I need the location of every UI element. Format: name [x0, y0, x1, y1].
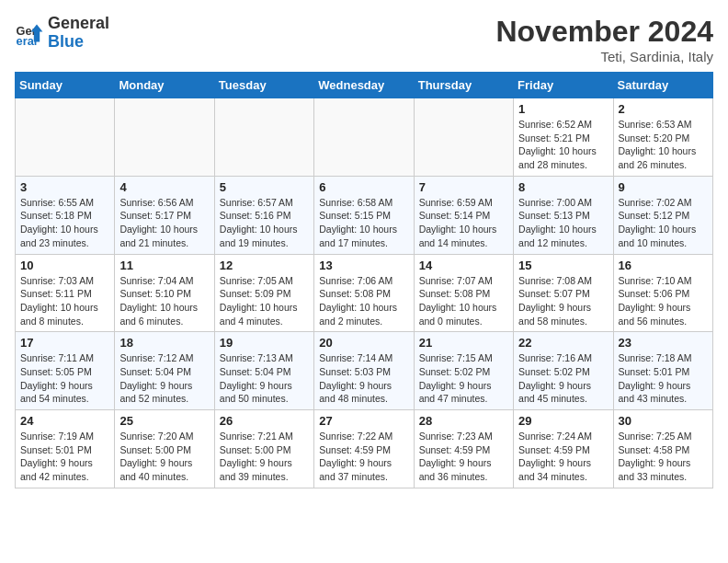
- day-number: 27: [319, 414, 408, 428]
- day-number: 21: [419, 336, 508, 350]
- day-number: 22: [518, 336, 608, 350]
- day-info: Sunrise: 7:07 AMSunset: 5:08 PMDaylight:…: [419, 274, 508, 328]
- day-number: 14: [419, 259, 508, 272]
- logo-text: General Blue: [48, 15, 109, 52]
- calendar-cell: 3Sunrise: 6:55 AMSunset: 5:18 PMDaylight…: [16, 176, 115, 254]
- day-info: Sunrise: 7:20 AMSunset: 5:00 PMDaylight:…: [119, 430, 209, 484]
- calendar-cell: 12Sunrise: 7:05 AMSunset: 5:09 PMDayligh…: [214, 254, 313, 332]
- day-info: Sunrise: 7:02 AMSunset: 5:12 PMDaylight:…: [619, 196, 708, 250]
- day-info: Sunrise: 7:03 AMSunset: 5:11 PMDaylight:…: [20, 274, 109, 328]
- day-info: Sunrise: 7:19 AMSunset: 5:01 PMDaylight:…: [20, 430, 109, 484]
- day-info: Sunrise: 7:16 AMSunset: 5:02 PMDaylight:…: [518, 351, 608, 406]
- day-number: 29: [518, 414, 608, 428]
- location-subtitle: Teti, Sardinia, Italy: [495, 49, 713, 64]
- day-info: Sunrise: 7:15 AMSunset: 5:02 PMDaylight:…: [419, 351, 508, 406]
- day-info: Sunrise: 6:57 AMSunset: 5:16 PMDaylight:…: [220, 196, 309, 250]
- calendar-cell: [16, 98, 115, 177]
- day-info: Sunrise: 7:10 AMSunset: 5:06 PMDaylight:…: [619, 274, 708, 328]
- calendar-cell: 5Sunrise: 6:57 AMSunset: 5:16 PMDaylight…: [214, 176, 313, 254]
- weekday-header-sunday: Sunday: [16, 73, 115, 98]
- day-number: 1: [518, 102, 608, 116]
- day-info: Sunrise: 7:05 AMSunset: 5:09 PMDaylight:…: [220, 274, 309, 328]
- day-info: Sunrise: 7:14 AMSunset: 5:03 PMDaylight:…: [319, 351, 408, 406]
- weekday-header-thursday: Thursday: [414, 73, 513, 98]
- calendar-cell: 15Sunrise: 7:08 AMSunset: 5:07 PMDayligh…: [514, 254, 613, 332]
- day-number: 6: [319, 180, 408, 194]
- day-number: 8: [518, 180, 608, 194]
- title-block: November 2024 Teti, Sardinia, Italy: [495, 15, 713, 64]
- calendar-cell: 17Sunrise: 7:11 AMSunset: 5:05 PMDayligh…: [16, 332, 115, 410]
- calendar-cell: 28Sunrise: 7:23 AMSunset: 4:59 PMDayligh…: [414, 410, 513, 488]
- day-info: Sunrise: 7:06 AMSunset: 5:08 PMDaylight:…: [319, 274, 408, 328]
- calendar-cell: 29Sunrise: 7:24 AMSunset: 4:59 PMDayligh…: [514, 410, 613, 488]
- calendar-cell: [414, 98, 513, 177]
- calendar-cell: 25Sunrise: 7:20 AMSunset: 5:00 PMDayligh…: [115, 410, 214, 488]
- day-number: 7: [419, 180, 508, 194]
- day-number: 16: [619, 259, 708, 272]
- day-number: 9: [619, 180, 708, 194]
- calendar-week-row: 24Sunrise: 7:19 AMSunset: 5:01 PMDayligh…: [16, 410, 713, 488]
- month-title: November 2024: [495, 15, 713, 49]
- calendar-cell: [314, 98, 414, 177]
- calendar-cell: 26Sunrise: 7:21 AMSunset: 5:00 PMDayligh…: [214, 410, 313, 488]
- day-number: 19: [220, 336, 309, 350]
- calendar-cell: 6Sunrise: 6:58 AMSunset: 5:15 PMDaylight…: [314, 176, 414, 254]
- day-number: 4: [119, 180, 209, 194]
- day-number: 30: [619, 414, 708, 428]
- calendar-cell: 20Sunrise: 7:14 AMSunset: 5:03 PMDayligh…: [314, 332, 414, 410]
- day-info: Sunrise: 7:23 AMSunset: 4:59 PMDaylight:…: [419, 430, 508, 484]
- day-info: Sunrise: 6:58 AMSunset: 5:15 PMDaylight:…: [319, 196, 408, 250]
- calendar-cell: 18Sunrise: 7:12 AMSunset: 5:04 PMDayligh…: [115, 332, 214, 410]
- page-header: Gen eral General Blue November 2024 Teti…: [15, 15, 713, 64]
- day-number: 10: [20, 259, 109, 272]
- calendar-table: SundayMondayTuesdayWednesdayThursdayFrid…: [15, 72, 713, 488]
- day-number: 20: [319, 336, 408, 350]
- day-info: Sunrise: 7:12 AMSunset: 5:04 PMDaylight:…: [119, 351, 209, 406]
- calendar-cell: 21Sunrise: 7:15 AMSunset: 5:02 PMDayligh…: [414, 332, 513, 410]
- calendar-cell: 7Sunrise: 6:59 AMSunset: 5:14 PMDaylight…: [414, 176, 513, 254]
- calendar-week-row: 1Sunrise: 6:52 AMSunset: 5:21 PMDaylight…: [16, 98, 713, 177]
- weekday-header-wednesday: Wednesday: [314, 73, 414, 98]
- calendar-week-row: 3Sunrise: 6:55 AMSunset: 5:18 PMDaylight…: [16, 176, 713, 254]
- calendar-cell: 22Sunrise: 7:16 AMSunset: 5:02 PMDayligh…: [514, 332, 613, 410]
- day-info: Sunrise: 7:13 AMSunset: 5:04 PMDaylight:…: [220, 351, 309, 406]
- day-number: 3: [20, 180, 109, 194]
- day-number: 26: [220, 414, 309, 428]
- weekday-header-saturday: Saturday: [613, 73, 712, 98]
- day-info: Sunrise: 6:59 AMSunset: 5:14 PMDaylight:…: [419, 196, 508, 250]
- calendar-cell: 30Sunrise: 7:25 AMSunset: 4:58 PMDayligh…: [613, 410, 712, 488]
- weekday-header-monday: Monday: [115, 73, 214, 98]
- calendar-cell: 23Sunrise: 7:18 AMSunset: 5:01 PMDayligh…: [613, 332, 712, 410]
- calendar-cell: 11Sunrise: 7:04 AMSunset: 5:10 PMDayligh…: [115, 254, 214, 332]
- calendar-week-row: 10Sunrise: 7:03 AMSunset: 5:11 PMDayligh…: [16, 254, 713, 332]
- day-number: 5: [220, 180, 309, 194]
- day-number: 13: [319, 259, 408, 272]
- day-info: Sunrise: 6:56 AMSunset: 5:17 PMDaylight:…: [119, 196, 209, 250]
- calendar-cell: 1Sunrise: 6:52 AMSunset: 5:21 PMDaylight…: [514, 98, 613, 177]
- calendar-cell: 19Sunrise: 7:13 AMSunset: 5:04 PMDayligh…: [214, 332, 313, 410]
- day-number: 11: [119, 259, 209, 272]
- calendar-cell: 16Sunrise: 7:10 AMSunset: 5:06 PMDayligh…: [613, 254, 712, 332]
- day-info: Sunrise: 7:08 AMSunset: 5:07 PMDaylight:…: [518, 274, 608, 328]
- calendar-cell: 10Sunrise: 7:03 AMSunset: 5:11 PMDayligh…: [16, 254, 115, 332]
- day-info: Sunrise: 7:00 AMSunset: 5:13 PMDaylight:…: [518, 196, 608, 250]
- day-info: Sunrise: 7:11 AMSunset: 5:05 PMDaylight:…: [20, 351, 109, 406]
- calendar-cell: 8Sunrise: 7:00 AMSunset: 5:13 PMDaylight…: [514, 176, 613, 254]
- day-number: 28: [419, 414, 508, 428]
- day-number: 25: [119, 414, 209, 428]
- day-number: 18: [119, 336, 209, 350]
- day-number: 12: [220, 259, 309, 272]
- day-info: Sunrise: 6:52 AMSunset: 5:21 PMDaylight:…: [518, 118, 608, 172]
- logo: Gen eral General Blue: [15, 15, 109, 52]
- calendar-cell: 2Sunrise: 6:53 AMSunset: 5:20 PMDaylight…: [613, 98, 712, 177]
- calendar-week-row: 17Sunrise: 7:11 AMSunset: 5:05 PMDayligh…: [16, 332, 713, 410]
- calendar-cell: 14Sunrise: 7:07 AMSunset: 5:08 PMDayligh…: [414, 254, 513, 332]
- day-info: Sunrise: 6:55 AMSunset: 5:18 PMDaylight:…: [20, 196, 109, 250]
- day-info: Sunrise: 7:04 AMSunset: 5:10 PMDaylight:…: [119, 274, 209, 328]
- calendar-cell: 13Sunrise: 7:06 AMSunset: 5:08 PMDayligh…: [314, 254, 414, 332]
- day-info: Sunrise: 7:18 AMSunset: 5:01 PMDaylight:…: [619, 351, 708, 406]
- weekday-header-friday: Friday: [514, 73, 613, 98]
- calendar-cell: [115, 98, 214, 177]
- calendar-cell: 24Sunrise: 7:19 AMSunset: 5:01 PMDayligh…: [16, 410, 115, 488]
- logo-icon: Gen eral: [15, 18, 44, 48]
